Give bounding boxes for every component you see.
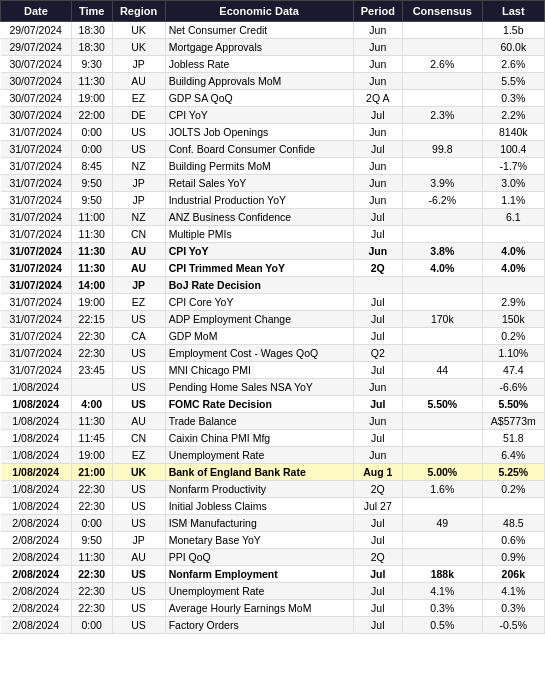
table-cell: Conf. Board Consumer Confide [165,141,353,158]
table-row: 2/08/202422:30USAverage Hourly Earnings … [1,600,545,617]
table-cell [403,447,483,464]
table-cell [403,277,483,294]
table-cell: 8:45 [71,158,112,175]
table-cell: JP [112,277,165,294]
table-cell: -6.6% [482,379,544,396]
table-cell: JOLTS Job Openings [165,124,353,141]
table-cell: 2/08/2024 [1,532,72,549]
table-cell: 0.6% [482,532,544,549]
table-row: 31/07/202414:00JPBoJ Rate Decision [1,277,545,294]
table-cell: CPI YoY [165,243,353,260]
table-cell: AU [112,260,165,277]
table-cell: 0:00 [71,124,112,141]
table-cell: -0.5% [482,617,544,634]
table-cell: Jun [353,22,402,39]
table-cell: UK [112,464,165,481]
table-row: 31/07/202411:00NZANZ Business Confidence… [1,209,545,226]
table-cell [403,413,483,430]
table-cell: FOMC Rate Decision [165,396,353,413]
table-cell: 11:30 [71,260,112,277]
table-cell: EZ [112,90,165,107]
table-cell: CA [112,328,165,345]
table-cell: 3.9% [403,175,483,192]
table-row: 31/07/202422:15USADP Employment ChangeJu… [1,311,545,328]
table-cell: AU [112,549,165,566]
table-cell: 22:30 [71,566,112,583]
table-cell: Mortgage Approvals [165,39,353,56]
table-cell: 5.50% [482,396,544,413]
col-header-consensus: Consensus [403,1,483,22]
table-row: 31/07/202411:30CNMultiple PMIsJul [1,226,545,243]
table-cell [403,39,483,56]
table-row: 31/07/202411:30AUCPI YoYJun3.8%4.0% [1,243,545,260]
table-row: 1/08/2024USPending Home Sales NSA YoYJun… [1,379,545,396]
table-cell: CN [112,226,165,243]
table-cell: 2.9% [482,294,544,311]
table-cell: 1/08/2024 [1,481,72,498]
table-cell: Jun [353,56,402,73]
table-cell: GDP SA QoQ [165,90,353,107]
table-cell: JP [112,56,165,73]
table-cell: 0:00 [71,617,112,634]
table-cell: ADP Employment Change [165,311,353,328]
table-cell: Jul [353,328,402,345]
table-cell: 31/07/2024 [1,294,72,311]
table-cell: Jun [353,413,402,430]
table-cell: Jul [353,583,402,600]
table-cell [403,328,483,345]
table-cell: 2/08/2024 [1,515,72,532]
table-cell: US [112,481,165,498]
table-cell: 2/08/2024 [1,549,72,566]
table-cell: Jul [353,515,402,532]
table-row: 30/07/202411:30AUBuilding Approvals MoMJ… [1,73,545,90]
table-cell: 31/07/2024 [1,141,72,158]
table-row: 30/07/20249:30JPJobless RateJun2.6%2.6% [1,56,545,73]
table-cell: 31/07/2024 [1,260,72,277]
table-cell: US [112,600,165,617]
table-cell: Jobless Rate [165,56,353,73]
table-row: 31/07/20240:00USConf. Board Consumer Con… [1,141,545,158]
table-cell [403,430,483,447]
table-cell: Jul 27 [353,498,402,515]
table-cell: US [112,345,165,362]
table-cell: 44 [403,362,483,379]
table-cell: Unemployment Rate [165,447,353,464]
table-row: 31/07/20248:45NZBuilding Permits MoMJun-… [1,158,545,175]
table-cell: US [112,498,165,515]
table-cell: 11:00 [71,209,112,226]
table-cell: CPI Core YoY [165,294,353,311]
table-cell: Jun [353,192,402,209]
table-cell: 31/07/2024 [1,362,72,379]
table-cell [403,226,483,243]
table-cell: 0.2% [482,328,544,345]
table-row: 2/08/202411:30AUPPI QoQ2Q0.9% [1,549,545,566]
table-cell: Jul [353,532,402,549]
table-row: 31/07/20249:50JPRetail Sales YoYJun3.9%3… [1,175,545,192]
table-cell: 31/07/2024 [1,226,72,243]
table-cell: US [112,396,165,413]
table-cell: Initial Jobless Claims [165,498,353,515]
table-cell: 0.5% [403,617,483,634]
table-cell: 30/07/2024 [1,107,72,124]
table-row: 1/08/202421:00UKBank of England Bank Rat… [1,464,545,481]
table-cell: 19:00 [71,447,112,464]
table-cell: 9:50 [71,192,112,209]
table-cell: ANZ Business Confidence [165,209,353,226]
table-cell: Jul [353,362,402,379]
table-cell: 29/07/2024 [1,39,72,56]
table-cell: -6.2% [403,192,483,209]
table-cell: 150k [482,311,544,328]
table-cell: PPI QoQ [165,549,353,566]
table-cell: 1.5b [482,22,544,39]
table-cell: 5.25% [482,464,544,481]
table-cell: 3.0% [482,175,544,192]
table-cell: 2.6% [482,56,544,73]
table-cell: 22:30 [71,498,112,515]
table-cell: JP [112,175,165,192]
table-cell [403,345,483,362]
table-cell: 1/08/2024 [1,447,72,464]
table-cell: 49 [403,515,483,532]
table-cell: 2.6% [403,56,483,73]
table-cell: UK [112,39,165,56]
table-cell: 1/08/2024 [1,464,72,481]
